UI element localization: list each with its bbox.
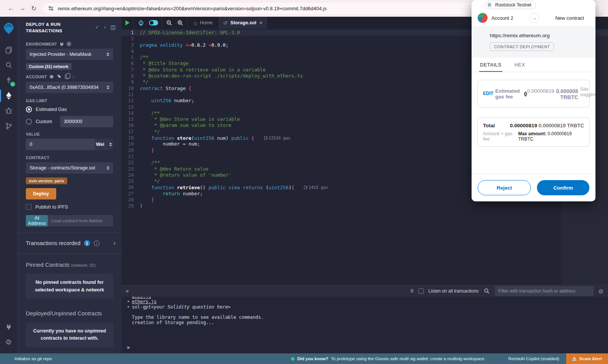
library-link[interactable]: ethers.js xyxy=(132,299,157,305)
custom-gas-input[interactable] xyxy=(60,116,113,127)
transactions-expand-icon[interactable]: › xyxy=(114,240,116,247)
line-number: 6 xyxy=(122,60,140,66)
bullet-icon: • xyxy=(127,305,132,310)
code-text: * @dev Store value in variable xyxy=(140,116,240,122)
code-text: } xyxy=(140,203,143,209)
line-number: 1 xyxy=(122,30,140,36)
gas-fee-value: 0.00000819 xyxy=(527,88,554,94)
home-tab-label: Home xyxy=(200,20,212,25)
environment-select[interactable]: Injected Provider - MetaMask xyxy=(26,49,113,60)
code-text: pragma solidity >=0.8.2 <0.9.0; xyxy=(140,42,228,48)
copilot-toggle-icon[interactable] xyxy=(149,20,158,25)
terminal-text: creation of Storage pending... xyxy=(132,320,214,326)
tab-home[interactable]: ⌂ Home xyxy=(188,17,218,29)
refresh-spinner-icon: ◌ xyxy=(72,74,75,79)
terminal-filter-input[interactable] xyxy=(495,286,594,296)
clear-console-icon[interactable]: ⊘ xyxy=(598,288,603,295)
publish-ipfs-option[interactable]: Publish to IPFS xyxy=(26,204,113,210)
tab-hex[interactable]: HEX xyxy=(514,58,526,72)
remix-logo[interactable] xyxy=(0,20,17,37)
pinned-empty-line1: No pinned contracts found for xyxy=(32,279,107,286)
line-number: 2 xyxy=(122,36,140,42)
deploy-button[interactable]: Deploy xyxy=(26,188,56,199)
reject-button[interactable]: Reject xyxy=(478,180,531,195)
code-text: function store(uint256 num) public {2252… xyxy=(140,135,290,141)
url-text: remix.ethereum.org/#lang=en&optimize=fal… xyxy=(58,6,326,11)
listen-checkbox[interactable] xyxy=(418,288,424,294)
reload-icon[interactable]: ↻ xyxy=(28,5,40,13)
run-script-icon[interactable] xyxy=(125,20,130,25)
gas-pump-icon xyxy=(304,186,307,189)
value-unit-label: Wei xyxy=(96,142,104,147)
terminal-collapse-icon[interactable]: » xyxy=(125,290,131,293)
code-text: * @dev Return value xyxy=(140,166,209,172)
sidebar-item-file-explorer[interactable] xyxy=(0,43,17,58)
contract-value: Storage - contracts/Storage.sol xyxy=(30,165,104,171)
active-indicator xyxy=(0,90,1,102)
sidebar-item-deploy-run[interactable] xyxy=(0,88,17,103)
account-select[interactable]: 0xA03...85ac4 (0.398673504934 xyxy=(26,82,113,93)
terminal-line: •sol-gpt <your Solidity question here> xyxy=(127,305,608,310)
line-number: 7 xyxy=(122,67,140,73)
site-settings-icon[interactable] xyxy=(48,5,54,11)
confirm-button[interactable]: Confirm xyxy=(537,180,589,195)
git-init-status[interactable]: Initialize as git repo xyxy=(0,356,52,361)
sidebar-item-search[interactable] xyxy=(0,58,17,73)
contract-select[interactable]: Storage - contracts/Storage.sol xyxy=(26,162,113,174)
network-pill[interactable]: R Rootstock Testnet xyxy=(484,1,536,9)
add-account-icon[interactable]: ⊕ xyxy=(49,74,54,79)
copy-account-icon[interactable] xyxy=(65,74,69,79)
sidebar-item-settings[interactable]: ⚙ xyxy=(0,334,17,350)
transactions-info-icon[interactable]: i xyxy=(94,241,100,246)
line-number: 15 xyxy=(122,116,140,122)
checkbox-icon[interactable] xyxy=(26,204,32,210)
transactions-recorded-row[interactable]: Transactions recorded 1 i › xyxy=(17,234,122,252)
sign-message-icon[interactable]: ✎ xyxy=(57,74,62,79)
line-number: 5 xyxy=(122,54,140,60)
code-text: * @dev Store & retrieve value in a varia… xyxy=(140,67,266,73)
forward-icon[interactable]: → xyxy=(17,5,28,12)
tab-storage-sol[interactable]: ↺ Storage.sol × xyxy=(218,17,267,29)
back-icon[interactable]: ← xyxy=(5,5,17,12)
deploy-run-panel: DEPLOY & RUN TRANSACTIONS ✓ › ◫ ENVIRONM… xyxy=(17,17,122,353)
value-input[interactable] xyxy=(26,139,95,150)
estimated-gas-option[interactable]: Estimated Gas xyxy=(26,106,113,112)
radio-unselected-icon[interactable] xyxy=(26,119,32,125)
zoom-out-icon[interactable] xyxy=(166,20,173,26)
value-label: VALUE xyxy=(26,132,40,136)
evm-version-badge: evm version: paris xyxy=(26,177,67,184)
pinned-empty-line2: selected workspace & network xyxy=(32,286,107,294)
panel-collapse-icon[interactable]: › xyxy=(104,24,106,30)
value-unit-select[interactable]: Wei xyxy=(95,139,113,150)
terminal-output[interactable]: •web3.js•ethers.js•sol-gpt <your Solidit… xyxy=(122,297,608,353)
copilot-status[interactable]: RemixAI Copilot (enabled) xyxy=(508,356,559,361)
code-line[interactable]: 29} xyxy=(122,203,608,209)
line-number: 13 xyxy=(122,104,140,110)
gas-info-icon[interactable]: i xyxy=(524,92,527,97)
tab-details[interactable]: DETAILS xyxy=(479,58,502,72)
indent xyxy=(127,315,132,320)
zoom-in-icon[interactable] xyxy=(177,20,184,26)
custom-gas-option[interactable]: Custom xyxy=(26,116,113,127)
line-number: 23 xyxy=(122,166,140,172)
edit-gas-link[interactable]: EDIT xyxy=(483,91,493,96)
at-address-button[interactable]: At Address xyxy=(26,215,48,226)
terminal-line: •ethers.js xyxy=(127,299,608,305)
line-number: 29 xyxy=(122,203,140,209)
sidebar-item-debugger[interactable] xyxy=(0,103,17,119)
transaction-type-badge: CONTRACT DEPLOYMENT xyxy=(490,43,554,51)
environment-info-icon[interactable]: i xyxy=(66,41,71,46)
code-text: * @param num value to store xyxy=(140,122,231,128)
at-address-input[interactable] xyxy=(48,215,113,226)
pin-panel-icon[interactable]: ◫ xyxy=(111,24,116,30)
sidebar-item-plugin-manager[interactable] xyxy=(0,319,17,334)
terminal-prompt[interactable]: > xyxy=(127,345,130,350)
scam-alert-button[interactable]: ⚠ Scam Alert xyxy=(566,353,608,364)
sidebar-item-solidity-compiler[interactable]: ✓ xyxy=(0,73,17,88)
radio-selected-icon[interactable] xyxy=(26,106,32,112)
ai-copilot-robot-icon[interactable] xyxy=(138,19,144,26)
sidebar-item-git[interactable] xyxy=(0,119,17,134)
gas-pump-icon xyxy=(264,136,267,140)
close-tab-icon[interactable]: × xyxy=(259,20,262,26)
recipient-label: New contract xyxy=(555,15,584,21)
